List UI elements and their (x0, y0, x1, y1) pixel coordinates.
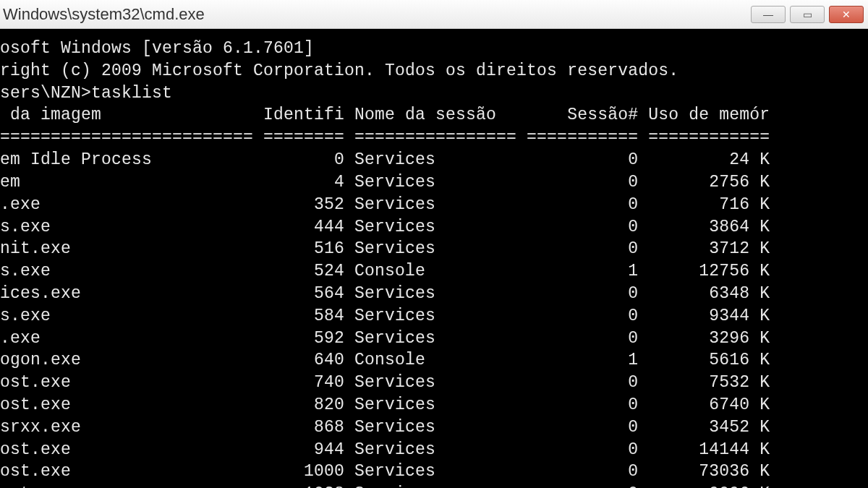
table-row: ost.exe 944 Services 0 14144 K (0, 439, 868, 461)
table-row: s.exe 524 Console 1 12756 K (0, 260, 868, 283)
table-row: ost.exe 740 Services 0 7532 K (0, 372, 868, 394)
table-header-line: ========================= ======== =====… (0, 127, 868, 149)
table-row: .exe 352 Services 0 716 K (0, 194, 868, 216)
minimize-icon: ― (763, 9, 773, 20)
window-titlebar: Windows\system32\cmd.exe ― ▭ ✕ (0, 0, 868, 29)
maximize-icon: ▭ (803, 9, 812, 20)
close-button[interactable]: ✕ (829, 6, 864, 23)
table-row: ost.exe 1028 Services 0 9096 K (0, 483, 868, 488)
table-row: ogon.exe 640 Console 1 5616 K (0, 349, 868, 372)
table-row: ost.exe 820 Services 0 6740 K (0, 394, 868, 416)
window-controls: ― ▭ ✕ (751, 6, 864, 23)
terminal-header-line: osoft Windows [versão 6.1.7601] (0, 38, 868, 60)
table-row: ices.exe 564 Services 0 6348 K (0, 283, 868, 305)
maximize-button[interactable]: ▭ (790, 6, 825, 23)
close-icon: ✕ (842, 9, 851, 20)
table-row: nit.exe 516 Services 0 3712 K (0, 238, 868, 260)
table-row: em 4 Services 0 2756 K (0, 171, 868, 194)
table-row: s.exe 584 Services 0 9344 K (0, 305, 868, 328)
table-row: ost.exe 1000 Services 0 73036 K (0, 461, 868, 483)
table-header-line: da imagem Identifi Nome da sessão Sessão… (0, 104, 868, 127)
table-row: srxx.exe 868 Services 0 3452 K (0, 416, 868, 439)
terminal-header-line: sers\NZN>tasklist (0, 82, 868, 105)
terminal-output[interactable]: osoft Windows [versão 6.1.7601]right (c)… (0, 29, 868, 488)
minimize-button[interactable]: ― (751, 6, 786, 23)
window-title: Windows\system32\cmd.exe (3, 5, 205, 24)
table-row: s.exe 444 Services 0 3864 K (0, 216, 868, 239)
terminal-header-line: right (c) 2009 Microsoft Corporation. To… (0, 60, 868, 82)
table-row: em Idle Process 0 Services 0 24 K (0, 149, 868, 171)
table-row: .exe 592 Services 0 3296 K (0, 328, 868, 350)
